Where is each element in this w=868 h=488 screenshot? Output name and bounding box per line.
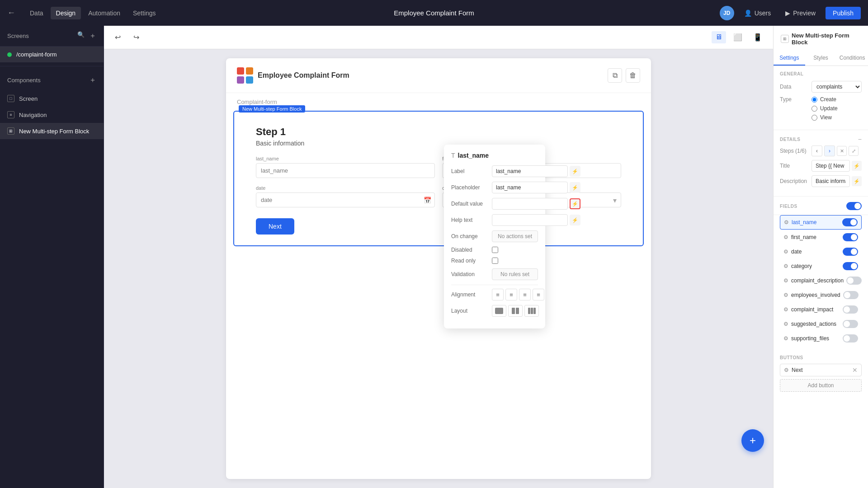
field-item-first-name[interactable]: ⚙ first_name xyxy=(780,230,862,244)
field-toggle-suggested-actions[interactable] xyxy=(843,320,858,328)
step-next-button[interactable]: › xyxy=(824,145,835,156)
fp-placeholder-input[interactable] xyxy=(492,182,568,193)
field-item-date[interactable]: ⚙ date xyxy=(780,245,862,258)
gear-icon-supporting-files[interactable]: ⚙ xyxy=(783,335,788,342)
remove-next-button[interactable]: ✕ xyxy=(852,366,858,374)
desktop-view-button[interactable]: 🖥 xyxy=(712,31,726,43)
layout-full-button[interactable] xyxy=(492,305,506,317)
field-item-supporting-files[interactable]: ⚙ supporting_files xyxy=(780,332,862,345)
rp-type-create[interactable]: Create xyxy=(811,96,862,103)
tab-settings[interactable]: Settings xyxy=(127,7,161,19)
field-toggle-first-name[interactable] xyxy=(843,233,858,241)
step-close-button[interactable]: ✕ xyxy=(837,146,847,156)
fp-helptext-input[interactable] xyxy=(492,214,568,226)
field-item-complaint-impact[interactable]: ⚙ complaint_impact xyxy=(780,303,862,316)
search-icon[interactable]: 🔍 xyxy=(77,31,85,41)
fp-disabled-checkbox[interactable] xyxy=(492,247,498,253)
gear-icon-first-name[interactable]: ⚙ xyxy=(783,234,788,240)
layout-half-button[interactable] xyxy=(508,305,523,317)
rp-tab-conditions[interactable]: Conditions xyxy=(836,51,868,66)
tab-data[interactable]: Data xyxy=(24,7,49,19)
sidebar-item-form-block[interactable]: ⊞ New Multi-step Form Block xyxy=(0,123,104,139)
add-component-icon[interactable]: ＋ xyxy=(89,75,96,85)
mobile-view-button[interactable]: 📱 xyxy=(750,31,766,43)
fp-default-bolt-button[interactable]: ⚡ xyxy=(570,198,580,209)
fp-helptext-bolt-button[interactable]: ⚡ xyxy=(570,215,580,225)
field-toggle-supporting-files[interactable] xyxy=(843,334,858,343)
fp-no-rules-button[interactable]: No rules set xyxy=(492,268,538,280)
preview-button[interactable]: ▶ Preview xyxy=(781,7,820,19)
last-name-input[interactable] xyxy=(256,163,435,178)
field-item-suggested-actions[interactable]: ⚙ suggested_actions xyxy=(780,317,862,331)
tab-automation[interactable]: Automation xyxy=(83,7,126,19)
add-screen-icon[interactable]: ＋ xyxy=(89,31,96,41)
gear-icon-complaint-description[interactable]: ⚙ xyxy=(783,277,788,284)
rp-data-select[interactable]: complaints xyxy=(811,81,862,93)
field-toggle-employees-involved[interactable] xyxy=(843,291,859,299)
gear-icon-complaint-impact[interactable]: ⚙ xyxy=(783,306,788,313)
field-item-category[interactable]: ⚙ category xyxy=(780,259,862,273)
layout-third-button[interactable] xyxy=(524,305,539,317)
fab-button[interactable]: + xyxy=(741,429,764,452)
align-center-button[interactable]: ≡ xyxy=(505,289,517,300)
calendar-icon: 📅 xyxy=(424,197,431,204)
field-toggle-complaint-impact[interactable] xyxy=(843,305,858,314)
gear-icon-category[interactable]: ⚙ xyxy=(783,263,788,269)
align-right-button[interactable]: ≡ xyxy=(519,289,531,300)
collapse-details-button[interactable]: − xyxy=(858,136,862,143)
fp-disabled-label: Disabled xyxy=(451,247,492,253)
gear-icon-employees-involved[interactable]: ⚙ xyxy=(783,292,788,298)
redo-button[interactable]: ↪ xyxy=(130,31,143,43)
rp-description-bolt-button[interactable]: ⚡ xyxy=(852,176,862,186)
next-button[interactable]: Next xyxy=(256,218,294,235)
tab-design[interactable]: Design xyxy=(51,7,81,19)
button-item-next[interactable]: ⚙ Next ✕ xyxy=(780,364,862,376)
back-button[interactable]: ← xyxy=(7,8,15,18)
field-toggle-last-name[interactable] xyxy=(842,218,858,226)
sidebar-item-complaint-form[interactable]: /complaint-form xyxy=(0,47,104,62)
fields-toggle[interactable] xyxy=(846,202,862,210)
sidebar-item-navigation[interactable]: ≡ Navigation xyxy=(0,107,104,123)
gear-icon-next-button[interactable]: ⚙ xyxy=(784,367,789,373)
fp-no-actions-button[interactable]: No actions set xyxy=(492,230,538,242)
align-justify-button[interactable]: ≡ xyxy=(533,289,544,300)
step-share-button[interactable]: ⤢ xyxy=(849,146,859,156)
delete-button[interactable]: 🗑 xyxy=(626,68,640,83)
fp-label-bolt-button[interactable]: ⚡ xyxy=(570,166,580,177)
fp-placeholder-bolt-button[interactable]: ⚡ xyxy=(570,182,580,193)
field-item-last-name[interactable]: ⚙ last_name xyxy=(780,215,862,230)
fp-readonly-checkbox[interactable] xyxy=(492,258,498,264)
gear-icon-suggested-actions[interactable]: ⚙ xyxy=(783,321,788,327)
rp-type-view[interactable]: View xyxy=(811,114,862,121)
rp-title: New Multi-step Form Block xyxy=(792,32,861,46)
field-toggle-complaint-description[interactable] xyxy=(846,277,862,285)
copy-button[interactable]: ⧉ xyxy=(608,68,622,83)
fp-default-input[interactable] xyxy=(492,198,568,210)
add-button-button[interactable]: Add button xyxy=(780,379,862,392)
users-button[interactable]: 👤 Users xyxy=(740,7,776,19)
tablet-view-button[interactable]: ⬜ xyxy=(730,31,746,43)
rp-tab-settings[interactable]: Settings xyxy=(774,51,805,66)
form-card-header: Employee Complaint Form ⧉ 🗑 xyxy=(226,58,651,93)
user-avatar[interactable]: JD xyxy=(720,6,734,20)
undo-button[interactable]: ↩ xyxy=(111,31,124,43)
sidebar-item-screen[interactable]: □ Screen xyxy=(0,90,104,107)
date-input[interactable] xyxy=(256,192,435,207)
rp-tab-styles[interactable]: Styles xyxy=(805,51,837,66)
rp-type-update[interactable]: Update xyxy=(811,105,862,112)
field-toggle-category[interactable] xyxy=(843,262,858,270)
rp-description-input[interactable] xyxy=(811,175,850,187)
align-left-button[interactable]: ≡ xyxy=(492,289,504,300)
gear-icon-date[interactable]: ⚙ xyxy=(783,249,788,255)
publish-button[interactable]: Publish xyxy=(826,7,861,19)
rp-steps-row: Steps (1/6) ‹ › ✕ ⤢ xyxy=(780,145,862,156)
fp-label-input[interactable] xyxy=(492,165,568,177)
rp-fields-header: Fields xyxy=(780,202,862,210)
field-item-complaint-description[interactable]: ⚙ complaint_description xyxy=(780,274,862,287)
rp-title-input[interactable] xyxy=(811,160,850,172)
field-toggle-date[interactable] xyxy=(843,248,858,256)
gear-icon-last-name[interactable]: ⚙ xyxy=(784,219,789,225)
step-prev-button[interactable]: ‹ xyxy=(811,145,822,156)
rp-title-bolt-button[interactable]: ⚡ xyxy=(852,161,862,171)
field-item-employees-involved[interactable]: ⚙ employees_involved xyxy=(780,288,862,302)
